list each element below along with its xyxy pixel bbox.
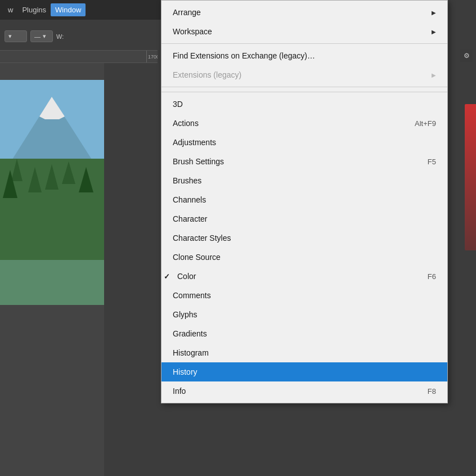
ruler: 1700 1800 1900 20 [0, 51, 158, 63]
ruler-mark-1700: 1700 [146, 51, 158, 63]
toolbar-w-label: W: [56, 33, 64, 40]
menu-item-histogram[interactable]: Histogram [161, 343, 447, 362]
color-swatch-red [465, 104, 476, 250]
menu-item-character-styles[interactable]: Character Styles [161, 228, 447, 248]
canvas-image [0, 80, 104, 305]
svg-rect-10 [0, 260, 104, 305]
scene-svg [0, 80, 104, 305]
menu-item-color[interactable]: ✓ Color F6 [161, 267, 447, 286]
menu-item-w[interactable]: w [3, 3, 17, 16]
toolbar: ▾ — ▾ W: [0, 23, 158, 51]
menu-item-adjustments[interactable]: Adjustments [161, 133, 447, 152]
toolbar-dropdown-1[interactable]: ▾ [5, 30, 27, 42]
menu-section-top: Arrange ▶ Workspace ▶ Find Extensions on… [161, 1, 447, 87]
menu-item-plugins[interactable]: Plugins [17, 3, 51, 16]
ruler-marks: 1700 1800 1900 20 [146, 51, 158, 63]
canvas-area [0, 63, 104, 476]
menu-item-gradients[interactable]: Gradients [161, 324, 447, 343]
menu-item-extensions-exchange[interactable]: Find Extensions on Exchange (legacy)… [161, 46, 447, 65]
menu-item-brushes[interactable]: Brushes [161, 171, 447, 190]
menu-section-main: 3D Actions Alt+F9 Adjustments Brush Sett… [161, 87, 447, 403]
menu-divider-1 [161, 43, 447, 44]
menu-item-actions[interactable]: Actions Alt+F9 [161, 114, 447, 133]
menu-item-glyphs[interactable]: Glyphs [161, 305, 447, 324]
menu-item-arrange[interactable]: Arrange ▶ [161, 3, 447, 22]
menu-item-window[interactable]: Window [51, 3, 86, 16]
gear-icon[interactable]: ⚙ [460, 50, 473, 62]
menu-item-3d[interactable]: 3D [161, 95, 447, 114]
menu-item-info[interactable]: Info F8 [161, 381, 447, 401]
menu-item-history[interactable]: History [161, 362, 447, 381]
menu-item-extensions-legacy: Extensions (legacy) ▶ [161, 65, 447, 84]
toolbar-dropdown-2[interactable]: — ▾ [30, 30, 53, 42]
menu-item-channels[interactable]: Channels [161, 190, 447, 209]
menu-item-clone-source[interactable]: Clone Source [161, 248, 447, 267]
menu-item-comments[interactable]: Comments [161, 286, 447, 305]
window-dropdown-menu: Arrange ▶ Workspace ▶ Find Extensions on… [161, 0, 448, 403]
menu-item-brush-settings[interactable]: Brush Settings F5 [161, 152, 447, 171]
menu-bar: w Plugins Window [0, 0, 163, 20]
color-checkmark: ✓ [164, 272, 170, 281]
menu-item-character[interactable]: Character [161, 209, 447, 228]
menu-divider-2 [161, 92, 447, 92]
menu-item-workspace[interactable]: Workspace ▶ [161, 22, 447, 41]
